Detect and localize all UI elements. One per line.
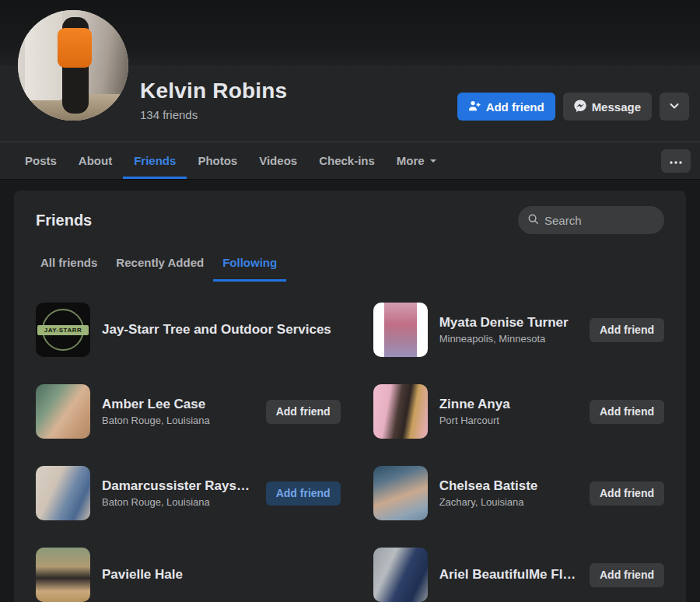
profile-identity: Kelvin Robins 134 friends (140, 79, 287, 121)
friend-name[interactable]: Amber Lee Case (102, 397, 254, 412)
friend-info: Ariel BeautifulMe Fleming (439, 567, 578, 583)
add-friend-button[interactable]: Add friend (457, 93, 555, 121)
friends-list: JAY-STARR Jay-Starr Tree and Outdoor Ser… (26, 303, 674, 602)
add-friend-button[interactable]: Add friend (590, 481, 664, 506)
message-button[interactable]: Message (563, 93, 652, 121)
friend-row-damarcussister: Damarcussister Rayshawnn Baton Rouge, Lo… (26, 466, 350, 520)
message-label: Message (592, 100, 641, 114)
friend-name[interactable]: Chelsea Batiste (439, 478, 578, 494)
tab-more[interactable]: More (386, 142, 448, 179)
profile-header: Kelvin Robins 134 friends Add friend Mes… (0, 0, 700, 142)
profile-nav-tabs: Posts About Friends Photos Videos Check-… (0, 142, 700, 179)
tab-about[interactable]: About (68, 142, 123, 179)
chevron-down-icon (669, 100, 680, 114)
friend-row-pavielle: Pavielle Hale (26, 548, 350, 602)
avatar-photo (384, 303, 417, 357)
friends-card: Friends All friends Recently Added Follo… (14, 191, 686, 602)
friend-name[interactable]: Ariel BeautifulMe Fleming (439, 567, 578, 583)
person-add-icon (468, 100, 481, 114)
friend-location: Zachary, Louisiana (439, 496, 578, 508)
tab-about-label: About (79, 154, 112, 167)
add-friend-button[interactable]: Add friend (590, 563, 664, 587)
friend-location: Port Harcourt (439, 415, 578, 426)
messenger-icon (574, 100, 586, 114)
tab-posts[interactable]: Posts (14, 142, 68, 179)
tab-posts-label: Posts (25, 154, 57, 167)
friend-avatar[interactable] (373, 384, 428, 439)
add-friend-button[interactable]: Add friend (266, 481, 341, 506)
profile-picture-vest (58, 28, 92, 68)
friend-row-chelsea: Chelsea Batiste Zachary, Louisiana Add f… (364, 466, 674, 520)
add-friend-button[interactable]: Add friend (590, 400, 664, 424)
subtab-recently-added-label: Recently Added (116, 256, 204, 269)
caret-down-icon (429, 154, 437, 167)
friends-sub-tabs: All friends Recently Added Following (26, 251, 674, 282)
add-friend-label: Add friend (486, 100, 544, 114)
tab-videos-label: Videos (259, 154, 297, 167)
friend-row-amber: Amber Lee Case Baton Rouge, Louisiana Ad… (26, 384, 350, 439)
friend-info: Amber Lee Case Baton Rouge, Louisiana (102, 397, 254, 426)
friend-name[interactable]: Zinne Anya (439, 397, 578, 412)
subtab-recently-added[interactable]: Recently Added (107, 251, 213, 282)
jay-starr-logo-text: JAY-STARR (37, 325, 89, 335)
friend-avatar[interactable] (36, 384, 90, 439)
nav-overflow-button[interactable] (661, 149, 691, 173)
subtab-all-friends[interactable]: All friends (31, 251, 107, 282)
tab-friends-label: Friends (134, 154, 176, 167)
friend-location: Minneapolis, Minnesota (439, 333, 578, 345)
friends-card-header: Friends (26, 203, 674, 234)
tab-videos[interactable]: Videos (248, 142, 308, 179)
friend-row-ariel: Ariel BeautifulMe Fleming Add friend (364, 548, 674, 602)
add-friend-button[interactable]: Add friend (590, 318, 664, 342)
friend-row-zinne: Zinne Anya Port Harcourt Add friend (364, 384, 674, 439)
tab-photos[interactable]: Photos (187, 142, 248, 179)
profile-name: Kelvin Robins (140, 79, 287, 103)
friend-name[interactable]: Damarcussister Rayshawnn (102, 478, 254, 494)
friend-info: Jay-Starr Tree and Outdoor Services (102, 322, 341, 338)
more-actions-button[interactable] (660, 93, 689, 121)
friend-avatar[interactable] (373, 548, 428, 602)
friend-info: Damarcussister Rayshawnn Baton Rouge, Lo… (102, 478, 254, 508)
search-icon (527, 213, 539, 228)
add-friend-button[interactable]: Add friend (266, 400, 341, 424)
friend-info: Zinne Anya Port Harcourt (439, 397, 578, 426)
subtab-following-label: Following (222, 256, 277, 269)
profile-actions: Add friend Message (457, 93, 689, 121)
profile-picture[interactable] (18, 10, 128, 121)
friend-avatar[interactable]: JAY-STARR (36, 303, 90, 357)
friend-info: Pavielle Hale (102, 567, 341, 583)
friend-info: Myata Denise Turner Minneapolis, Minneso… (439, 315, 578, 345)
friend-avatar[interactable] (36, 548, 90, 602)
tab-check-ins[interactable]: Check-ins (308, 142, 386, 179)
friend-avatar[interactable] (373, 303, 428, 357)
tab-photos-label: Photos (198, 154, 237, 167)
tab-friends[interactable]: Friends (123, 142, 187, 179)
friend-avatar[interactable] (373, 466, 428, 520)
friend-name[interactable]: Myata Denise Turner (439, 315, 578, 331)
friends-title: Friends (36, 212, 92, 229)
friends-count[interactable]: 134 friends (140, 108, 287, 121)
tab-check-ins-label: Check-ins (319, 154, 375, 167)
friend-name[interactable]: Pavielle Hale (102, 567, 341, 583)
friend-location: Baton Rouge, Louisiana (102, 415, 254, 426)
friend-info: Chelsea Batiste Zachary, Louisiana (439, 478, 578, 508)
friend-location: Baton Rouge, Louisiana (102, 496, 254, 508)
tab-more-label: More (397, 154, 425, 167)
search-input[interactable] (544, 214, 655, 227)
friend-row-jay-starr: JAY-STARR Jay-Starr Tree and Outdoor Ser… (26, 303, 350, 357)
friends-search[interactable] (518, 206, 664, 234)
friend-avatar[interactable] (36, 466, 90, 520)
subtab-all-friends-label: All friends (40, 256, 97, 269)
ellipsis-icon (670, 155, 682, 166)
friend-row-myata: Myata Denise Turner Minneapolis, Minneso… (364, 303, 674, 357)
subtab-following[interactable]: Following (213, 251, 286, 282)
friend-name[interactable]: Jay-Starr Tree and Outdoor Services (102, 322, 341, 338)
